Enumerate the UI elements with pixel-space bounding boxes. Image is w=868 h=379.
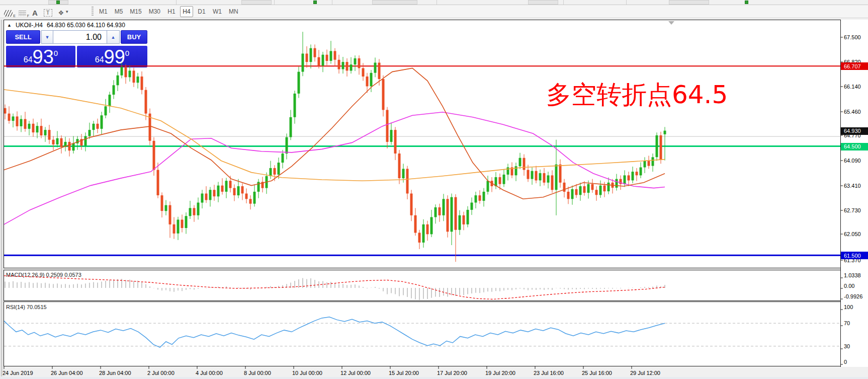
text-tool-icon[interactable]: A (32, 7, 38, 17)
timeframe-d1[interactable]: D1 (195, 6, 208, 17)
time-tick-label: 8 Jul 00:00 (244, 370, 271, 376)
window-bottom-edge (0, 377, 868, 379)
sell-price-prefix: 64 (24, 55, 33, 64)
volume-increase-button[interactable]: ▲ (107, 30, 120, 44)
window-edge (1, 20, 2, 376)
time-tick-label: 17 Jul 20:00 (437, 370, 467, 376)
chart-shift-marker (668, 21, 674, 25)
time-tick-label: 25 Jul 16:00 (582, 370, 612, 376)
timeframe-w1[interactable]: W1 (210, 6, 224, 17)
chart-toolbar: EFAT❖▼ M1M5M15M30H1H4D1W1MN (0, 5, 868, 18)
time-tick-label: 10 Jul 00:00 (292, 370, 322, 376)
timeframe-m5[interactable]: M5 (112, 6, 126, 17)
rsi-tick-label: 70 (844, 320, 850, 326)
rsi-tick-label: 0 (844, 359, 847, 365)
price-tick-label: 64.090 (844, 158, 861, 164)
price-axis-column[interactable] (841, 20, 868, 367)
price-tick-label: 67.500 (844, 34, 861, 40)
time-tick-label: 24 Jun 2019 (3, 370, 33, 376)
toolbar-grip[interactable] (92, 7, 94, 17)
upper-toolbar-sliver (0, 0, 868, 5)
sell-price-main: 93 (33, 47, 54, 66)
macd-tick-label: -0.9926 (844, 293, 862, 299)
price-tick-label: 62.730 (844, 207, 861, 213)
level-price-badge: 66.707 (841, 62, 868, 70)
collapse-chart-toggle[interactable]: ▲ (7, 23, 12, 28)
buy-button[interactable]: BUY (121, 30, 147, 44)
rsi-label: RSI(14) 70.0515 (6, 304, 47, 310)
macd-pane[interactable] (4, 270, 841, 301)
volume-input[interactable] (53, 30, 107, 44)
price-tick-label: 62.050 (844, 231, 861, 237)
buy-price-main: 99 (104, 47, 125, 66)
level-price-badge: 61.500 (841, 252, 868, 259)
sell-button[interactable]: SELL (6, 30, 40, 44)
time-tick-label: 26 Jun 04:00 (51, 370, 83, 376)
timeframe-h4[interactable]: H4 (180, 6, 193, 17)
chart-title: ▲ UKOil-,H4 64.830 65.030 64.110 64.930 (7, 22, 125, 29)
chart-annotation: 多空转折点64.5 (546, 81, 728, 109)
time-tick-label: 15 Jul 20:00 (389, 370, 419, 376)
rsi-tick-label: 100 (844, 304, 853, 310)
time-tick-label: 2 Jul 00:00 (147, 370, 175, 376)
macd-label: MACD(12,26,9) 0.2509 0.0573 (6, 272, 81, 278)
one-click-trading-panel: SELL ▼ ▲ BUY 64 93 0 64 99 0 (6, 30, 147, 67)
buy-price-prefix: 64 (95, 55, 104, 64)
timeframe-m15[interactable]: M15 (127, 6, 144, 17)
time-tick-label: 23 Jul 16:00 (534, 370, 564, 376)
sell-price-pips: 0 (54, 49, 58, 57)
timeframe-m1[interactable]: M1 (97, 6, 110, 17)
macd-tick-label: 1.0338 (844, 272, 861, 278)
timeframe-buttons: M1M5M15M30H1H4D1W1MN (97, 6, 241, 18)
timeframe-m30[interactable]: M30 (146, 6, 163, 17)
price-tick-label: 65.460 (844, 109, 861, 115)
rsi-pane[interactable] (4, 301, 841, 366)
price-tick-label: 63.410 (844, 183, 861, 189)
price-tick-label: 66.140 (844, 84, 861, 90)
rsi-tick-label: 30 (844, 343, 850, 349)
timeframe-h1[interactable]: H1 (165, 6, 178, 17)
sell-price-display[interactable]: 64 93 0 (6, 46, 75, 67)
fibonacci-grid-tool-icon[interactable]: F (19, 7, 26, 17)
timeframe-mn[interactable]: MN (226, 6, 241, 17)
channels-tool-icon[interactable]: E (4, 7, 13, 17)
window-edge (3, 20, 3, 376)
macd-tick-label: 0.00 (844, 283, 854, 289)
time-tick-label: 4 Jul 00:00 (196, 370, 223, 376)
price-axis-border (840, 20, 841, 367)
shapes-tool-icon[interactable]: ❖▼ (58, 7, 69, 17)
drawing-tools: EFAT❖▼ (4, 6, 69, 18)
time-tick-label: 12 Jul 00:00 (340, 370, 371, 376)
buy-price-display[interactable]: 64 99 0 (77, 46, 147, 67)
label-tool-icon[interactable]: T (44, 7, 52, 17)
level-price-badge: 64.500 (841, 143, 868, 150)
symbol-label: UKOil-,H4 (16, 22, 43, 29)
volume-decrease-button[interactable]: ▼ (41, 30, 53, 44)
time-tick-label: 19 Jul 20:00 (485, 370, 515, 376)
time-tick-label: 29 Jul 12:00 (630, 370, 660, 376)
mt4-terminal: EFAT❖▼ M1M5M15M30H1H4D1W1MN ▲ UKOil-,H4 … (0, 0, 868, 379)
buy-price-pips: 0 (125, 49, 129, 57)
current-price-badge: 64.930 (841, 127, 868, 135)
ohlc-readout: 64.830 65.030 64.110 64.930 (47, 22, 125, 29)
time-tick-label: 28 Jun 04:00 (99, 370, 131, 376)
